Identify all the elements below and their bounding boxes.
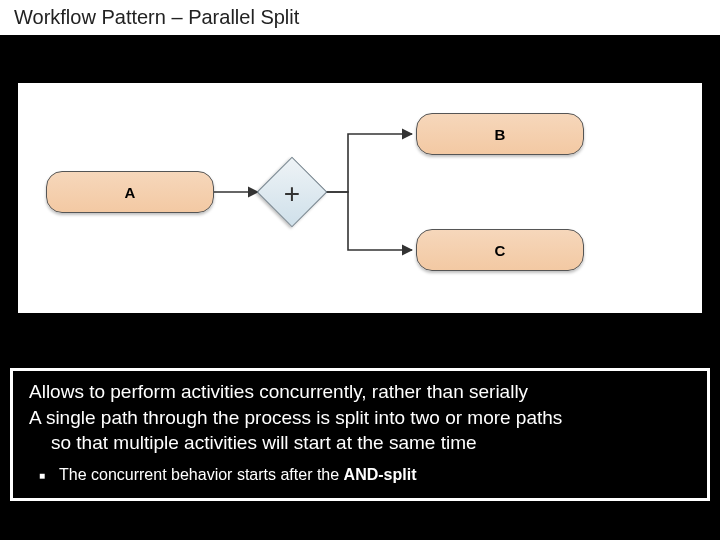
page-title: Workflow Pattern – Parallel Split [0,0,720,35]
description-sub-bullet: The concurrent behavior starts after the… [59,466,691,484]
activity-node-a: A [46,171,214,213]
activity-node-c: C [416,229,584,271]
and-split-gateway [257,157,328,228]
description-line-2b: so that multiple activities will start a… [29,430,691,456]
description-box: Allows to perform activities concurrentl… [10,368,710,501]
workflow-diagram: A + B C [18,83,702,313]
activity-node-b: B [416,113,584,155]
sub-bullet-bold: AND-split [344,466,417,483]
sub-bullet-text: The concurrent behavior starts after the [59,466,344,483]
description-line-1: Allows to perform activities concurrentl… [29,379,691,405]
description-line-2a: A single path through the process is spl… [29,405,691,431]
